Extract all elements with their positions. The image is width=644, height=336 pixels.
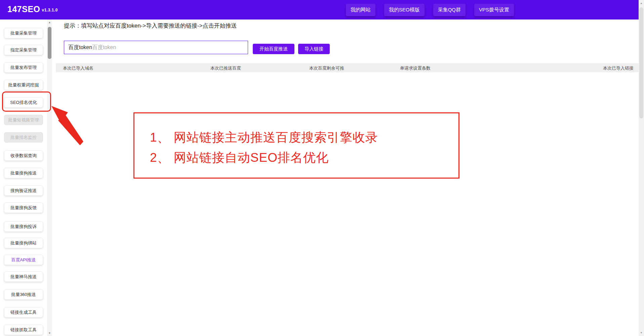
sidebar-item[interactable]: 批量360推送 <box>4 289 43 300</box>
scroll-up-icon[interactable]: ▲ <box>639 2 644 5</box>
sidebar-item[interactable]: 百度API推送 <box>4 255 43 265</box>
nav-item[interactable]: 我的网站 <box>346 4 375 16</box>
table-column-header: 单请求设置条数 <box>400 65 431 71</box>
app-header: 147SEOv1.3.1.0 我的网站我的SEO模版采集QQ群VPS拨号设置 <box>0 0 639 20</box>
nav-item[interactable]: 我的SEO模版 <box>384 4 425 16</box>
nav-item[interactable]: VPS拨号设置 <box>474 4 514 16</box>
nav-item[interactable]: 采集QQ群 <box>433 4 466 16</box>
app-logo: 147SEOv1.3.1.0 <box>7 4 58 14</box>
scroll-down-icon[interactable]: ▼ <box>47 332 52 335</box>
annotation-line: 2、 网站链接自动SEO排名优化 <box>150 148 458 168</box>
header-nav: 我的网站我的SEO模版采集QQ群VPS拨号设置 <box>346 4 514 16</box>
import-links-button[interactable]: 导入链接 <box>298 44 330 54</box>
sidebar-item[interactable]: 批量权重词挖掘 <box>4 80 43 90</box>
sidebar-item[interactable]: 批量搜狗推送 <box>4 168 43 178</box>
token-input-placeholder: 百度token <box>92 44 116 51</box>
sidebar-item[interactable]: 收录数据查询 <box>4 150 43 161</box>
sidebar-item[interactable]: SEO排名优化 <box>4 97 43 108</box>
sidebar-item[interactable]: 批量搜狗绑站 <box>4 238 43 248</box>
table-column-header: 本次已推送百度 <box>210 65 241 71</box>
sidebar-item: 批量短视频管理 <box>4 115 43 125</box>
results-table-header: 本次已导入域名本次已推送百度本次百度剩余可推单请求设置条数本次已导入链接 <box>56 63 639 72</box>
sidebar-scrollbar-thumb[interactable] <box>48 27 51 59</box>
sidebar-item[interactable]: 链接抓取工具 <box>4 325 43 335</box>
sidebar-item[interactable]: 批量发布管理 <box>4 62 43 73</box>
start-baidu-push-button[interactable]: 开始百度推送 <box>253 44 294 54</box>
scroll-up-icon[interactable]: ▲ <box>47 21 52 24</box>
app-version: v1.3.1.0 <box>42 8 58 12</box>
sidebar-item[interactable]: 链接生成工具 <box>4 307 43 318</box>
table-column-header: 本次百度剩余可推 <box>309 65 344 71</box>
sidebar-item[interactable]: 批量采集管理 <box>4 28 43 38</box>
sidebar-item: 批量排名监控 <box>4 132 43 143</box>
brand-name: 147SEO <box>7 4 40 14</box>
hint-text: 提示：填写站点对应百度token->导入需要推送的链接->点击开始推送 <box>64 22 237 30</box>
annotation-line: 1、 网站链接主动推送百度搜索引擎收录 <box>150 127 458 148</box>
token-input-value: 百度token <box>68 44 92 51</box>
sidebar-scrollbar[interactable]: ▲ ▼ <box>47 20 52 336</box>
sidebar-item[interactable]: 批量搜狗投诉 <box>4 221 43 232</box>
sidebar-item[interactable]: 指定采集管理 <box>4 45 43 55</box>
table-column-header: 本次已导入链接 <box>603 65 634 71</box>
baidu-token-input[interactable]: 百度token百度token <box>64 41 248 54</box>
scroll-down-icon[interactable]: ▼ <box>639 331 644 334</box>
page-scrollbar[interactable]: ▲ ▼ <box>639 0 644 336</box>
annotation-box: 1、 网站链接主动推送百度搜索引擎收录 2、 网站链接自动SEO排名优化 <box>133 112 459 179</box>
main-content: 提示：填写站点对应百度token->导入需要推送的链接->点击开始推送 百度to… <box>52 20 639 336</box>
sidebar-item[interactable]: 搜狗验证推送 <box>4 185 43 196</box>
table-column-header: 本次已导入域名 <box>63 65 93 71</box>
page-scrollbar-thumb[interactable] <box>639 7 643 118</box>
sidebar-item[interactable]: 批量神马推送 <box>4 271 43 282</box>
sidebar: 批量采集管理指定采集管理批量发布管理批量权重词挖掘SEO排名优化批量短视频管理批… <box>0 20 47 336</box>
sidebar-item[interactable]: 批量搜狗反馈 <box>4 202 43 213</box>
